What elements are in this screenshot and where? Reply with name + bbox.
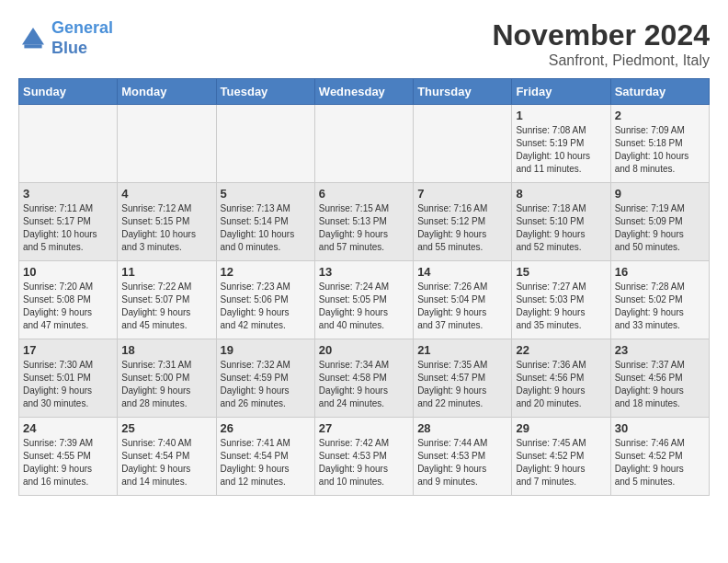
day-info: Sunrise: 7:46 AM Sunset: 4:52 PM Dayligh… bbox=[615, 437, 705, 488]
svg-rect-1 bbox=[24, 44, 41, 48]
day-info: Sunrise: 7:16 AM Sunset: 5:12 PM Dayligh… bbox=[417, 202, 507, 254]
calendar-cell: 8Sunrise: 7:18 AM Sunset: 5:10 PM Daylig… bbox=[512, 183, 610, 261]
day-number: 5 bbox=[221, 187, 311, 201]
page-header: General Blue November 2024 Sanfront, Pie… bbox=[18, 18, 710, 69]
calendar-cell bbox=[19, 105, 118, 183]
calendar-cell: 14Sunrise: 7:26 AM Sunset: 5:04 PM Dayli… bbox=[414, 261, 512, 339]
calendar-cell: 24Sunrise: 7:39 AM Sunset: 4:55 PM Dayli… bbox=[19, 418, 118, 496]
calendar-week-3: 10Sunrise: 7:20 AM Sunset: 5:08 PM Dayli… bbox=[19, 261, 710, 339]
logo-icon bbox=[18, 24, 48, 53]
calendar-cell: 17Sunrise: 7:30 AM Sunset: 5:01 PM Dayli… bbox=[19, 339, 118, 418]
header-saturday: Saturday bbox=[610, 79, 709, 105]
day-number: 17 bbox=[23, 343, 113, 357]
calendar-cell: 15Sunrise: 7:27 AM Sunset: 5:03 PM Dayli… bbox=[512, 261, 610, 339]
day-info: Sunrise: 7:19 AM Sunset: 5:09 PM Dayligh… bbox=[615, 202, 705, 254]
calendar-cell bbox=[314, 105, 413, 183]
day-number: 20 bbox=[319, 343, 409, 357]
calendar-cell: 6Sunrise: 7:15 AM Sunset: 5:13 PM Daylig… bbox=[314, 183, 413, 261]
day-info: Sunrise: 7:22 AM Sunset: 5:07 PM Dayligh… bbox=[121, 281, 211, 332]
day-number: 22 bbox=[516, 343, 606, 357]
calendar-cell: 22Sunrise: 7:36 AM Sunset: 4:56 PM Dayli… bbox=[512, 339, 610, 418]
calendar-cell: 13Sunrise: 7:24 AM Sunset: 5:05 PM Dayli… bbox=[314, 261, 413, 339]
day-number: 9 bbox=[615, 187, 705, 201]
day-number: 12 bbox=[221, 265, 311, 279]
day-info: Sunrise: 7:41 AM Sunset: 4:54 PM Dayligh… bbox=[221, 437, 311, 488]
calendar-cell: 29Sunrise: 7:45 AM Sunset: 4:52 PM Dayli… bbox=[512, 418, 610, 496]
day-number: 25 bbox=[121, 421, 211, 435]
calendar-cell: 19Sunrise: 7:32 AM Sunset: 4:59 PM Dayli… bbox=[216, 339, 314, 418]
calendar-cell: 23Sunrise: 7:37 AM Sunset: 4:56 PM Dayli… bbox=[610, 339, 709, 418]
day-info: Sunrise: 7:37 AM Sunset: 4:56 PM Dayligh… bbox=[615, 359, 705, 410]
month-title: November 2024 bbox=[492, 18, 710, 52]
day-info: Sunrise: 7:13 AM Sunset: 5:14 PM Dayligh… bbox=[221, 202, 311, 254]
day-number: 18 bbox=[121, 343, 211, 357]
calendar-cell: 26Sunrise: 7:41 AM Sunset: 4:54 PM Dayli… bbox=[216, 418, 314, 496]
calendar-cell: 9Sunrise: 7:19 AM Sunset: 5:09 PM Daylig… bbox=[610, 183, 709, 261]
day-number: 1 bbox=[516, 109, 606, 122]
calendar-cell: 30Sunrise: 7:46 AM Sunset: 4:52 PM Dayli… bbox=[610, 418, 709, 496]
calendar-week-5: 24Sunrise: 7:39 AM Sunset: 4:55 PM Dayli… bbox=[19, 418, 710, 496]
day-number: 11 bbox=[121, 265, 211, 279]
header-friday: Friday bbox=[512, 79, 610, 105]
header-monday: Monday bbox=[118, 79, 216, 105]
day-info: Sunrise: 7:20 AM Sunset: 5:08 PM Dayligh… bbox=[23, 281, 113, 332]
calendar-cell: 21Sunrise: 7:35 AM Sunset: 4:57 PM Dayli… bbox=[414, 339, 512, 418]
calendar-cell: 2Sunrise: 7:09 AM Sunset: 5:18 PM Daylig… bbox=[610, 105, 709, 183]
day-number: 16 bbox=[615, 265, 705, 279]
day-info: Sunrise: 7:15 AM Sunset: 5:13 PM Dayligh… bbox=[319, 202, 409, 254]
day-number: 24 bbox=[23, 421, 113, 435]
logo-text: General Blue bbox=[51, 18, 113, 58]
day-info: Sunrise: 7:39 AM Sunset: 4:55 PM Dayligh… bbox=[23, 437, 113, 488]
day-info: Sunrise: 7:30 AM Sunset: 5:01 PM Dayligh… bbox=[23, 359, 113, 410]
day-number: 26 bbox=[221, 421, 311, 435]
day-info: Sunrise: 7:18 AM Sunset: 5:10 PM Dayligh… bbox=[516, 202, 606, 254]
day-info: Sunrise: 7:36 AM Sunset: 4:56 PM Dayligh… bbox=[516, 359, 606, 410]
day-info: Sunrise: 7:45 AM Sunset: 4:52 PM Dayligh… bbox=[516, 437, 606, 488]
day-info: Sunrise: 7:08 AM Sunset: 5:19 PM Dayligh… bbox=[516, 124, 606, 176]
calendar-cell bbox=[216, 105, 314, 183]
calendar-cell: 12Sunrise: 7:23 AM Sunset: 5:06 PM Dayli… bbox=[216, 261, 314, 339]
location: Sanfront, Piedmont, Italy bbox=[492, 52, 710, 69]
day-number: 7 bbox=[417, 187, 507, 201]
day-info: Sunrise: 7:28 AM Sunset: 5:02 PM Dayligh… bbox=[615, 281, 705, 332]
day-number: 19 bbox=[221, 343, 311, 357]
day-info: Sunrise: 7:26 AM Sunset: 5:04 PM Dayligh… bbox=[417, 281, 507, 332]
header-wednesday: Wednesday bbox=[314, 79, 413, 105]
day-info: Sunrise: 7:23 AM Sunset: 5:06 PM Dayligh… bbox=[221, 281, 311, 332]
calendar-week-1: 1Sunrise: 7:08 AM Sunset: 5:19 PM Daylig… bbox=[19, 105, 710, 183]
calendar-cell: 20Sunrise: 7:34 AM Sunset: 4:58 PM Dayli… bbox=[314, 339, 413, 418]
day-number: 2 bbox=[615, 109, 705, 122]
title-block: November 2024 Sanfront, Piedmont, Italy bbox=[492, 18, 710, 69]
day-number: 21 bbox=[417, 343, 507, 357]
calendar-table: SundayMondayTuesdayWednesdayThursdayFrid… bbox=[18, 78, 710, 496]
calendar-week-4: 17Sunrise: 7:30 AM Sunset: 5:01 PM Dayli… bbox=[19, 339, 710, 418]
day-number: 8 bbox=[516, 187, 606, 201]
calendar-cell: 18Sunrise: 7:31 AM Sunset: 5:00 PM Dayli… bbox=[118, 339, 216, 418]
day-number: 23 bbox=[615, 343, 705, 357]
day-number: 15 bbox=[516, 265, 606, 279]
calendar-cell: 10Sunrise: 7:20 AM Sunset: 5:08 PM Dayli… bbox=[19, 261, 118, 339]
calendar-cell: 4Sunrise: 7:12 AM Sunset: 5:15 PM Daylig… bbox=[118, 183, 216, 261]
logo: General Blue bbox=[18, 18, 113, 58]
day-info: Sunrise: 7:34 AM Sunset: 4:58 PM Dayligh… bbox=[319, 359, 409, 410]
day-number: 29 bbox=[516, 421, 606, 435]
day-info: Sunrise: 7:11 AM Sunset: 5:17 PM Dayligh… bbox=[23, 202, 113, 254]
day-number: 28 bbox=[417, 421, 507, 435]
calendar-cell bbox=[118, 105, 216, 183]
day-info: Sunrise: 7:35 AM Sunset: 4:57 PM Dayligh… bbox=[417, 359, 507, 410]
calendar-cell: 28Sunrise: 7:44 AM Sunset: 4:53 PM Dayli… bbox=[414, 418, 512, 496]
day-number: 10 bbox=[23, 265, 113, 279]
calendar-body: 1Sunrise: 7:08 AM Sunset: 5:19 PM Daylig… bbox=[19, 105, 710, 496]
calendar-header: SundayMondayTuesdayWednesdayThursdayFrid… bbox=[19, 79, 710, 105]
day-info: Sunrise: 7:27 AM Sunset: 5:03 PM Dayligh… bbox=[516, 281, 606, 332]
day-info: Sunrise: 7:24 AM Sunset: 5:05 PM Dayligh… bbox=[319, 281, 409, 332]
day-number: 30 bbox=[615, 421, 705, 435]
day-number: 27 bbox=[319, 421, 409, 435]
header-tuesday: Tuesday bbox=[216, 79, 314, 105]
day-number: 6 bbox=[319, 187, 409, 201]
logo-line2: Blue bbox=[51, 39, 87, 57]
day-info: Sunrise: 7:12 AM Sunset: 5:15 PM Dayligh… bbox=[121, 202, 211, 254]
logo-line1: General bbox=[51, 18, 113, 37]
calendar-cell: 27Sunrise: 7:42 AM Sunset: 4:53 PM Dayli… bbox=[314, 418, 413, 496]
header-thursday: Thursday bbox=[414, 79, 512, 105]
